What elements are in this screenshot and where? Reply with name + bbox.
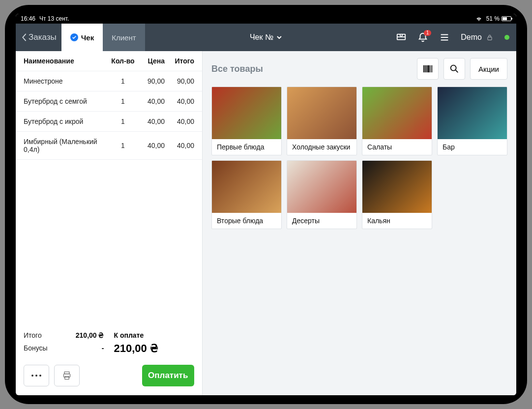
catalog-title: Все товары: [211, 64, 263, 74]
category-image: [287, 161, 356, 213]
item-name: Бутерброд с икрой: [24, 117, 111, 125]
category-image: [362, 87, 432, 139]
svg-point-3: [35, 375, 37, 377]
item-total: 40,00: [165, 142, 194, 149]
svg-point-4: [39, 375, 41, 377]
lock-icon: [486, 33, 494, 41]
promotions-button[interactable]: Акции: [470, 58, 507, 80]
barcode-button[interactable]: [417, 58, 439, 80]
category-label: Бар: [438, 139, 507, 155]
item-price: 40,00: [135, 97, 165, 105]
online-status-indicator: [504, 35, 509, 40]
receipt-title-dropdown[interactable]: Чек №: [250, 33, 282, 42]
more-actions-button[interactable]: [24, 365, 49, 386]
category-card[interactable]: Холодные закуски: [287, 87, 357, 155]
back-button[interactable]: Заказы: [16, 32, 61, 42]
battery-percent: 51 %: [486, 15, 500, 22]
svg-point-8: [451, 65, 456, 71]
receipt-pane: Наименование Кол-во Цена Итого Минестрон…: [16, 51, 203, 395]
receipt-item[interactable]: Имбирный (Маленький 0,4л)140,0040,00: [16, 132, 202, 160]
svg-rect-6: [63, 374, 70, 378]
user-menu[interactable]: Demo: [461, 33, 494, 42]
item-total: 90,00: [165, 77, 194, 85]
to-pay-label: К оплате: [114, 331, 195, 339]
svg-rect-7: [65, 377, 69, 380]
svg-rect-1: [488, 37, 492, 40]
check-icon: [70, 33, 78, 41]
tab-check[interactable]: Чек: [61, 24, 103, 51]
status-date: Чт 13 сент.: [39, 15, 69, 22]
category-card[interactable]: Вторые блюда: [211, 160, 282, 229]
summary-total-label: Итого: [24, 331, 42, 339]
receipt-title-text: Чек №: [250, 33, 273, 42]
category-card[interactable]: Бар: [437, 87, 507, 155]
category-image: [362, 161, 432, 213]
cash-drawer-button[interactable]: [396, 32, 407, 43]
notifications-button[interactable]: 1: [417, 32, 428, 43]
category-label: Холодные закуски: [287, 139, 356, 155]
svg-rect-5: [64, 372, 69, 374]
item-name: Минестроне: [24, 77, 111, 85]
item-qty: 1: [111, 142, 135, 149]
category-image: [438, 87, 507, 139]
item-name: Имбирный (Маленький 0,4л): [24, 138, 111, 153]
notification-badge: 1: [424, 30, 432, 36]
wifi-icon: [475, 15, 482, 22]
printer-icon: [62, 371, 72, 380]
item-price: 40,00: [135, 142, 165, 149]
pay-button[interactable]: Оплатить: [142, 365, 195, 386]
search-button[interactable]: [443, 58, 465, 80]
category-label: Первые блюда: [212, 139, 281, 155]
category-image: [287, 87, 356, 139]
item-price: 90,00: [135, 77, 165, 85]
search-icon: [449, 63, 460, 74]
item-total: 40,00: [165, 117, 194, 125]
receipt-items: Минестроне190,0090,00Бутерброд с семгой1…: [16, 71, 202, 160]
summary-bonus-label: Бонусы: [24, 344, 48, 352]
category-label: Кальян: [362, 213, 432, 229]
tablet-frame: 16:46 Чт 13 сент. 51 % Заказы Чек Клиент: [5, 5, 527, 404]
category-card[interactable]: Первые блюда: [211, 87, 282, 155]
ellipsis-icon: [31, 374, 42, 377]
summary-bonus-value: -: [102, 344, 104, 352]
catalog-pane: Все товары Акции Первые блюдаХолодные за…: [203, 51, 516, 395]
item-qty: 1: [111, 77, 135, 85]
receipt-summary: Итого210,00 ₴ Бонусы- К оплате 210,00 ₴ …: [16, 324, 202, 395]
receipt-header-row: Наименование Кол-во Цена Итого: [16, 51, 202, 71]
user-name: Demo: [461, 33, 482, 42]
tab-client-label: Клиент: [112, 33, 136, 42]
to-pay-value: 210,00 ₴: [114, 342, 195, 355]
status-time: 16:46: [21, 15, 35, 22]
item-name: Бутерброд с семгой: [24, 97, 111, 105]
header-name: Наименование: [24, 57, 111, 65]
screen: 16:46 Чт 13 сент. 51 % Заказы Чек Клиент: [16, 14, 516, 395]
battery-icon: [502, 16, 511, 21]
category-card[interactable]: Кальян: [362, 160, 432, 229]
receipt-item[interactable]: Минестроне190,0090,00: [16, 71, 202, 91]
category-grid: Первые блюдаХолодные закускиСалатыБарВто…: [211, 87, 507, 229]
category-card[interactable]: Салаты: [362, 87, 432, 155]
tab-client[interactable]: Клиент: [103, 24, 145, 51]
item-total: 40,00: [165, 97, 194, 105]
item-qty: 1: [111, 117, 135, 125]
category-label: Десерты: [287, 213, 356, 229]
header-price: Цена: [135, 57, 165, 65]
category-label: Салаты: [362, 139, 432, 155]
back-label: Заказы: [29, 32, 57, 42]
tab-check-label: Чек: [81, 33, 94, 42]
category-image: [212, 87, 281, 139]
svg-point-2: [31, 375, 33, 377]
item-price: 40,00: [135, 117, 165, 125]
barcode-icon: [422, 63, 433, 74]
menu-button[interactable]: [439, 32, 450, 43]
status-bar: 16:46 Чт 13 сент. 51 %: [16, 14, 516, 24]
item-qty: 1: [111, 97, 135, 105]
chevron-down-icon: [276, 34, 282, 40]
category-image: [212, 161, 281, 213]
top-bar: Заказы Чек Клиент Чек № 1: [16, 24, 516, 51]
header-total: Итого: [165, 57, 194, 65]
receipt-item[interactable]: Бутерброд с семгой140,0040,00: [16, 91, 202, 112]
receipt-item[interactable]: Бутерброд с икрой140,0040,00: [16, 112, 202, 132]
category-card[interactable]: Десерты: [287, 160, 357, 229]
print-button[interactable]: [54, 365, 80, 386]
